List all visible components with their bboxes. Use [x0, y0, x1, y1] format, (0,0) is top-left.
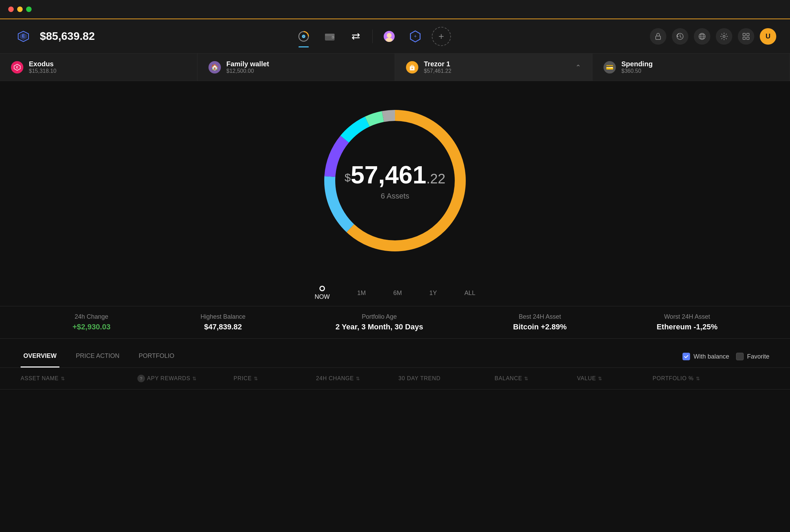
th-asset-sort-icon: ⇅ — [61, 376, 65, 381]
stat-best-asset: Best 24H Asset Bitcoin +2.89% — [513, 313, 567, 331]
th-balance-sort-icon: ⇅ — [524, 376, 529, 381]
user-avatar-button[interactable]: U — [760, 28, 776, 45]
th-portfolio-pct[interactable]: PORTFOLIO % ⇅ — [653, 375, 769, 382]
svg-rect-30 — [411, 65, 413, 67]
wallet-tab-trezor1[interactable]: Trezor 1 $57,461.22 ⌃ — [395, 54, 592, 81]
stat-best-asset-value: Bitcoin +2.89% — [513, 322, 567, 331]
timeline: NOW 1M 6M 1Y ALL — [0, 280, 790, 306]
with-balance-checkbox[interactable] — [682, 353, 690, 360]
timeline-label-1y: 1Y — [429, 290, 437, 297]
timeline-now[interactable]: NOW — [315, 286, 330, 301]
family-wallet-balance: $12,500.00 — [226, 68, 384, 74]
timeline-1m[interactable]: 1M — [357, 290, 366, 297]
svg-rect-25 — [743, 37, 745, 39]
svg-point-9 — [332, 37, 333, 38]
stat-portfolio-age-label: Portfolio Age — [336, 313, 423, 320]
svg-rect-15 — [656, 36, 661, 39]
lock-nav-button[interactable] — [650, 28, 666, 45]
chart-section: $57,461.22 6 Assets — [0, 81, 790, 273]
tab-overview[interactable]: OVERVIEW — [21, 346, 59, 367]
stat-worst-asset-value: Ethereum -1,25% — [657, 322, 718, 331]
wallet-tab-family[interactable]: 🏠 Family wallet $12,500.00 — [198, 54, 395, 81]
th-value-label: VALUE — [577, 375, 596, 382]
stat-24h-change-label: 24h Change — [72, 313, 111, 320]
th-apy-rewards[interactable]: ? APY REWARDS ⇅ — [137, 375, 234, 382]
th-asset-name-label: ASSET NAME — [21, 375, 59, 382]
th-apy-sort-icon: ⇅ — [192, 376, 197, 381]
minimize-button[interactable] — [17, 7, 23, 12]
timeline-label-6m: 6M — [393, 290, 402, 297]
stat-portfolio-age: Portfolio Age 2 Year, 3 Month, 30 Days — [336, 313, 423, 331]
stat-best-asset-label: Best 24H Asset — [513, 313, 567, 320]
svg-point-31 — [411, 68, 413, 69]
add-wallet-nav-button[interactable]: + — [406, 27, 425, 46]
add-nav-button[interactable]: + — [432, 27, 451, 46]
title-bar — [0, 0, 790, 19]
settings-nav-button[interactable] — [716, 28, 732, 45]
app-logo[interactable]: E — [14, 27, 33, 46]
stat-highest-balance-value: $47,839.82 — [201, 322, 246, 331]
exodus-wallet-balance: $15,318.10 — [29, 68, 186, 74]
apy-question-icon: ? — [137, 375, 145, 382]
th-24h-change[interactable]: 24H CHANGE ⇅ — [316, 375, 398, 382]
user-avatar-label: U — [766, 32, 770, 40]
th-change-sort-icon: ⇅ — [356, 376, 360, 381]
wallet-tab-spending[interactable]: 💳 Spending $360.50 — [592, 54, 790, 81]
donut-dollar-sign: $ — [345, 171, 351, 184]
maximize-button[interactable] — [26, 7, 32, 12]
th-value-sort-icon: ⇅ — [598, 376, 602, 381]
th-balance[interactable]: BALANCE ⇅ — [495, 375, 577, 382]
swap-nav-button[interactable] — [346, 27, 365, 46]
exodus-wallet-icon: E — [11, 61, 23, 73]
exodus-wallet-info: Exodus $15,318.10 — [29, 60, 186, 74]
nav-divider — [372, 30, 373, 43]
content-tabs: OVERVIEW PRICE ACTION PORTFOLIO With bal… — [0, 346, 790, 368]
th-price[interactable]: PRICE ⇅ — [234, 375, 316, 382]
donut-chart-container: $57,461.22 6 Assets — [309, 95, 481, 267]
spending-wallet-info: Spending $360.50 — [621, 60, 779, 74]
memoji-nav-button[interactable] — [380, 27, 399, 46]
tab-price-action[interactable]: PRICE ACTION — [73, 346, 122, 367]
timeline-6m[interactable]: 6M — [393, 290, 402, 297]
with-balance-filter[interactable]: With balance — [682, 353, 729, 360]
stat-highest-balance: Highest Balance $47,839.82 — [201, 313, 246, 331]
wallet-tab-exodus[interactable]: E Exodus $15,318.10 — [0, 54, 198, 81]
favorite-checkbox[interactable] — [736, 353, 744, 360]
svg-rect-7 — [325, 34, 335, 36]
svg-text:E: E — [16, 66, 18, 69]
total-balance: $85,639.82 — [40, 30, 95, 43]
tab-filters: With balance Favorite — [682, 353, 769, 360]
th-portfolio-label: PORTFOLIO % — [653, 375, 694, 382]
tab-portfolio[interactable]: PORTFOLIO — [136, 346, 177, 367]
timeline-label-now: NOW — [315, 293, 330, 301]
table-header: ASSET NAME ⇅ ? APY REWARDS ⇅ PRICE ⇅ 24H… — [0, 368, 790, 389]
wallet-tabs: E Exodus $15,318.10 🏠 Family wallet $12,… — [0, 54, 790, 81]
nav-center: + + — [95, 27, 650, 46]
svg-point-5 — [303, 36, 304, 37]
portfolio-nav-button[interactable] — [294, 27, 313, 46]
donut-amount-main: 57,461 — [351, 161, 426, 189]
nav-left: E $85,639.82 — [14, 27, 95, 46]
globe-nav-button[interactable] — [694, 28, 710, 45]
navbar: E $85,639.82 — [0, 19, 790, 54]
th-apy-label: APY REWARDS — [147, 375, 190, 382]
th-value[interactable]: VALUE ⇅ — [577, 375, 653, 382]
stat-24h-change-value: +$2,930.03 — [72, 322, 111, 331]
stat-highest-balance-label: Highest Balance — [201, 313, 246, 320]
grid-nav-button[interactable] — [738, 28, 754, 45]
svg-rect-26 — [747, 37, 749, 39]
timeline-label-all: ALL — [464, 290, 475, 297]
svg-point-22 — [723, 35, 725, 37]
th-trend-label: 30 DAY TREND — [398, 375, 441, 382]
timeline-1y[interactable]: 1Y — [429, 290, 437, 297]
favorite-filter[interactable]: Favorite — [736, 353, 769, 360]
main-content: $57,461.22 6 Assets NOW 1M 6M 1Y ALL 24h… — [0, 81, 790, 389]
close-button[interactable] — [8, 7, 14, 12]
wallet-nav-button[interactable] — [320, 27, 339, 46]
timeline-all[interactable]: ALL — [464, 290, 475, 297]
th-asset-name[interactable]: ASSET NAME ⇅ — [21, 375, 137, 382]
timeline-label-1m: 1M — [357, 290, 366, 297]
spending-wallet-balance: $360.50 — [621, 68, 779, 74]
history-nav-button[interactable] — [672, 28, 688, 45]
svg-rect-24 — [747, 33, 749, 36]
